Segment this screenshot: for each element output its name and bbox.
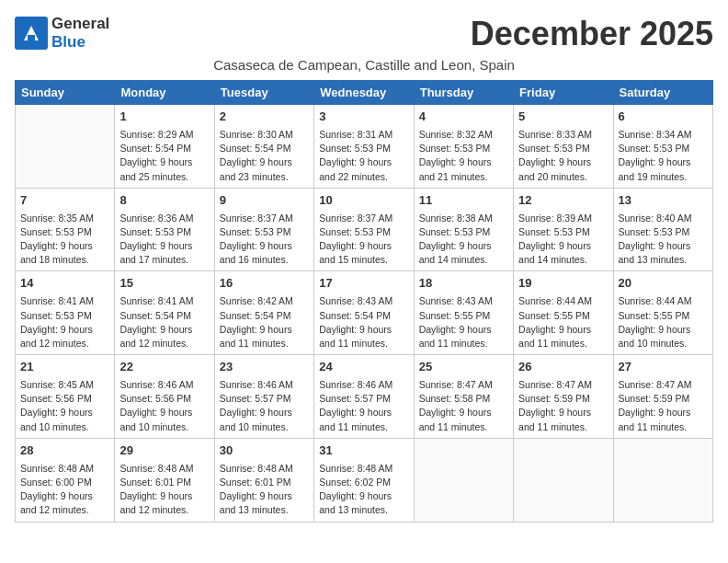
calendar-cell — [613, 438, 712, 522]
day-header-tuesday: Tuesday — [214, 81, 313, 105]
logo-icon — [15, 17, 48, 50]
day-info: Sunrise: 8:41 AMSunset: 5:54 PMDaylight:… — [119, 294, 209, 350]
calendar-cell: 9Sunrise: 8:37 AMSunset: 5:53 PMDaylight… — [214, 188, 313, 271]
day-info: Sunrise: 8:48 AMSunset: 6:01 PMDaylight:… — [119, 462, 209, 518]
day-info: Sunrise: 8:38 AMSunset: 5:53 PMDaylight:… — [419, 212, 508, 268]
day-info: Sunrise: 8:39 AMSunset: 5:53 PMDaylight:… — [518, 212, 608, 268]
day-header-wednesday: Wednesday — [314, 81, 414, 105]
day-info: Sunrise: 8:46 AMSunset: 5:56 PMDaylight:… — [119, 378, 209, 434]
day-info: Sunrise: 8:44 AMSunset: 5:55 PMDaylight:… — [518, 294, 608, 350]
day-number: 6 — [619, 109, 708, 126]
day-info: Sunrise: 8:48 AMSunset: 6:00 PMDaylight:… — [20, 462, 109, 518]
day-number: 27 — [619, 359, 708, 376]
day-info: Sunrise: 8:45 AMSunset: 5:56 PMDaylight:… — [20, 378, 109, 434]
day-number: 19 — [518, 275, 608, 293]
calendar-cell: 4Sunrise: 8:32 AMSunset: 5:53 PMDaylight… — [414, 105, 513, 189]
calendar-cell: 23Sunrise: 8:46 AMSunset: 5:57 PMDayligh… — [214, 355, 313, 439]
calendar-cell: 2Sunrise: 8:30 AMSunset: 5:54 PMDaylight… — [214, 105, 313, 189]
day-number: 9 — [220, 192, 309, 210]
day-info: Sunrise: 8:40 AMSunset: 5:53 PMDaylight:… — [619, 212, 708, 268]
calendar-cell: 17Sunrise: 8:43 AMSunset: 5:54 PMDayligh… — [314, 271, 414, 355]
calendar-cell: 25Sunrise: 8:47 AMSunset: 5:58 PMDayligh… — [414, 355, 513, 439]
calendar-cell: 20Sunrise: 8:44 AMSunset: 5:55 PMDayligh… — [613, 271, 712, 355]
calendar-header-row: SundayMondayTuesdayWednesdayThursdayFrid… — [16, 81, 713, 105]
day-info: Sunrise: 8:47 AMSunset: 5:59 PMDaylight:… — [619, 378, 708, 434]
calendar-cell: 21Sunrise: 8:45 AMSunset: 5:56 PMDayligh… — [16, 355, 115, 439]
day-info: Sunrise: 8:31 AMSunset: 5:53 PMDaylight:… — [319, 128, 408, 184]
day-info: Sunrise: 8:48 AMSunset: 6:01 PMDaylight:… — [220, 462, 309, 518]
day-info: Sunrise: 8:42 AMSunset: 5:54 PMDaylight:… — [220, 294, 309, 350]
day-info: Sunrise: 8:44 AMSunset: 5:55 PMDaylight:… — [619, 294, 708, 350]
day-header-thursday: Thursday — [414, 81, 513, 105]
day-number: 14 — [20, 275, 109, 293]
day-number: 23 — [220, 359, 309, 376]
day-number: 16 — [220, 275, 309, 293]
day-number: 3 — [319, 109, 408, 126]
day-header-friday: Friday — [514, 81, 613, 105]
calendar-cell: 29Sunrise: 8:48 AMSunset: 6:01 PMDayligh… — [115, 438, 214, 522]
day-info: Sunrise: 8:41 AMSunset: 5:53 PMDaylight:… — [20, 294, 109, 350]
logo: General Blue — [15, 15, 109, 52]
calendar-week-row: 28Sunrise: 8:48 AMSunset: 6:00 PMDayligh… — [16, 438, 713, 522]
day-number: 13 — [619, 192, 708, 210]
month-title: December 2025 — [471, 15, 713, 53]
day-info: Sunrise: 8:29 AMSunset: 5:54 PMDaylight:… — [119, 128, 209, 184]
calendar-cell — [16, 105, 115, 189]
day-info: Sunrise: 8:47 AMSunset: 5:58 PMDaylight:… — [419, 378, 508, 434]
day-number: 2 — [220, 109, 309, 126]
day-number: 8 — [119, 192, 209, 210]
svg-rect-2 — [28, 35, 35, 40]
day-number: 22 — [119, 359, 209, 376]
calendar-cell: 11Sunrise: 8:38 AMSunset: 5:53 PMDayligh… — [414, 188, 513, 271]
calendar-cell: 19Sunrise: 8:44 AMSunset: 5:55 PMDayligh… — [514, 271, 613, 355]
day-info: Sunrise: 8:43 AMSunset: 5:55 PMDaylight:… — [419, 294, 508, 350]
calendar-week-row: 21Sunrise: 8:45 AMSunset: 5:56 PMDayligh… — [16, 355, 713, 439]
day-number: 15 — [119, 275, 209, 293]
calendar-cell: 14Sunrise: 8:41 AMSunset: 5:53 PMDayligh… — [16, 271, 115, 355]
day-number: 29 — [119, 442, 209, 460]
day-number: 26 — [518, 359, 608, 376]
day-info: Sunrise: 8:33 AMSunset: 5:53 PMDaylight:… — [518, 128, 608, 184]
calendar-cell: 30Sunrise: 8:48 AMSunset: 6:01 PMDayligh… — [214, 438, 313, 522]
calendar-cell: 12Sunrise: 8:39 AMSunset: 5:53 PMDayligh… — [514, 188, 613, 271]
day-number: 12 — [518, 192, 608, 210]
calendar-cell: 7Sunrise: 8:35 AMSunset: 5:53 PMDaylight… — [16, 188, 115, 271]
calendar-cell — [414, 438, 513, 522]
day-info: Sunrise: 8:32 AMSunset: 5:53 PMDaylight:… — [419, 128, 508, 184]
calendar-cell: 6Sunrise: 8:34 AMSunset: 5:53 PMDaylight… — [613, 105, 712, 189]
day-number: 4 — [419, 109, 508, 126]
day-info: Sunrise: 8:47 AMSunset: 5:59 PMDaylight:… — [518, 378, 608, 434]
day-number: 31 — [319, 442, 408, 460]
calendar-cell: 5Sunrise: 8:33 AMSunset: 5:53 PMDaylight… — [514, 105, 613, 189]
location-subtitle: Casaseca de Campean, Castille and Leon, … — [15, 57, 713, 73]
calendar-cell: 16Sunrise: 8:42 AMSunset: 5:54 PMDayligh… — [214, 271, 313, 355]
day-info: Sunrise: 8:30 AMSunset: 5:54 PMDaylight:… — [220, 128, 309, 184]
day-number: 17 — [319, 275, 408, 293]
calendar-cell: 13Sunrise: 8:40 AMSunset: 5:53 PMDayligh… — [613, 188, 712, 271]
calendar-cell: 15Sunrise: 8:41 AMSunset: 5:54 PMDayligh… — [115, 271, 214, 355]
day-info: Sunrise: 8:35 AMSunset: 5:53 PMDaylight:… — [20, 212, 109, 268]
day-header-saturday: Saturday — [613, 81, 712, 105]
calendar-cell: 26Sunrise: 8:47 AMSunset: 5:59 PMDayligh… — [514, 355, 613, 439]
day-number: 20 — [619, 275, 708, 293]
day-number: 24 — [319, 359, 408, 376]
calendar-week-row: 1Sunrise: 8:29 AMSunset: 5:54 PMDaylight… — [16, 105, 713, 189]
day-info: Sunrise: 8:46 AMSunset: 5:57 PMDaylight:… — [319, 378, 408, 434]
day-info: Sunrise: 8:48 AMSunset: 6:02 PMDaylight:… — [319, 462, 408, 518]
logo-general: General — [51, 15, 109, 33]
day-number: 10 — [319, 192, 408, 210]
calendar-cell: 28Sunrise: 8:48 AMSunset: 6:00 PMDayligh… — [16, 438, 115, 522]
calendar-cell: 1Sunrise: 8:29 AMSunset: 5:54 PMDaylight… — [115, 105, 214, 189]
calendar-cell: 24Sunrise: 8:46 AMSunset: 5:57 PMDayligh… — [314, 355, 414, 439]
calendar-week-row: 7Sunrise: 8:35 AMSunset: 5:53 PMDaylight… — [16, 188, 713, 271]
day-number: 18 — [419, 275, 508, 293]
day-number: 7 — [20, 192, 109, 210]
day-number: 30 — [220, 442, 309, 460]
day-number: 28 — [20, 442, 109, 460]
calendar-cell: 31Sunrise: 8:48 AMSunset: 6:02 PMDayligh… — [314, 438, 414, 522]
day-info: Sunrise: 8:43 AMSunset: 5:54 PMDaylight:… — [319, 294, 408, 350]
calendar-cell: 3Sunrise: 8:31 AMSunset: 5:53 PMDaylight… — [314, 105, 414, 189]
calendar-cell: 22Sunrise: 8:46 AMSunset: 5:56 PMDayligh… — [115, 355, 214, 439]
day-info: Sunrise: 8:34 AMSunset: 5:53 PMDaylight:… — [619, 128, 708, 184]
day-info: Sunrise: 8:37 AMSunset: 5:53 PMDaylight:… — [220, 212, 309, 268]
